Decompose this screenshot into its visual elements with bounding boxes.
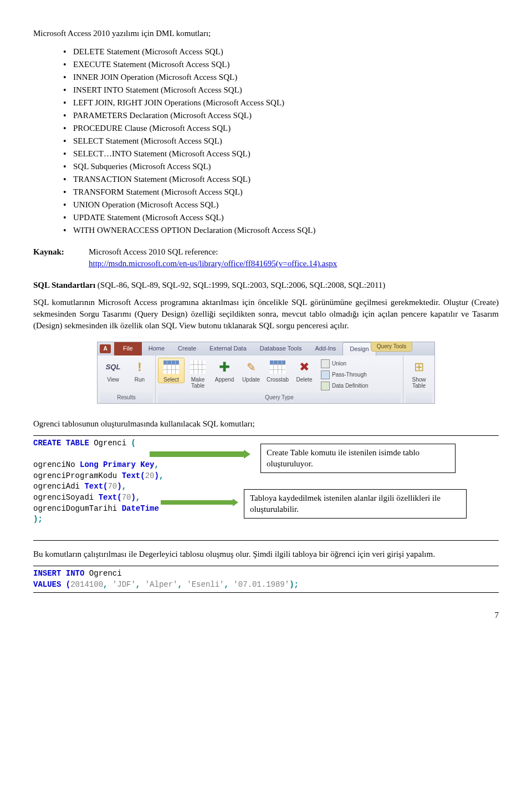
list-item: PARAMETERS Declaration (Microsoft Access… xyxy=(63,110,499,121)
ogrenci-intro: Ogrenci tablosunun oluşturulmasında kull… xyxy=(33,418,499,430)
delete-icon: ✖ xyxy=(296,359,313,375)
select-label: Select xyxy=(163,377,179,383)
code-text: INSERT INTO xyxy=(33,569,89,578)
code-text: Text( xyxy=(84,482,108,491)
group-show-table: ⊞ Show Table xyxy=(403,355,434,403)
show-table-label: Show Table xyxy=(412,377,426,389)
source-label: Kaynak: xyxy=(33,246,89,270)
code-text: CREATE TABLE xyxy=(33,439,94,448)
access-ribbon: A Query Tools File Home Create External … xyxy=(97,342,435,404)
list-item: UNION Operation (Microsoft Access SQL) xyxy=(63,199,499,211)
sql-specific-column: Union Pass-Through Data Definition xyxy=(318,358,372,392)
data-definition-label: Data Definition xyxy=(332,382,369,390)
list-item: SELECT…INTO Statement (Microsoft Access … xyxy=(63,148,499,160)
code-text: Text( xyxy=(122,471,145,480)
tab-external-data[interactable]: External Data xyxy=(203,342,253,355)
source-link[interactable]: http://msdn.microsoft.com/en-us/library/… xyxy=(89,259,337,268)
instructions-para: SQL komutlarının Microsoft Access progra… xyxy=(33,297,499,332)
tab-create[interactable]: Create xyxy=(171,342,203,355)
tab-add-ins[interactable]: Add-Ins xyxy=(308,342,342,355)
code-text: Ogrenci xyxy=(89,569,122,578)
union-button[interactable]: Union xyxy=(320,359,370,369)
code-text: 'JDF' xyxy=(112,580,136,589)
code-text: ogrenciSoyadi xyxy=(33,493,99,502)
code-text: ) xyxy=(131,493,135,502)
group-results-label: Results xyxy=(100,393,153,403)
run-label: Run xyxy=(135,377,145,383)
intro-text: Microsoft Access 2010 yazılımı için DML … xyxy=(33,28,499,39)
list-item: TRANSFORM Statement (Microsoft Access SQ… xyxy=(63,186,499,198)
run-button[interactable]: ! Run xyxy=(126,358,153,383)
list-item: INSERT INTO Statement (Microsoft Access … xyxy=(63,84,499,96)
code-text: ogrenciNo xyxy=(33,460,80,469)
code-text: VALUES ( xyxy=(33,580,70,589)
update-button[interactable]: ✎ Update xyxy=(238,358,264,383)
crosstab-label: Crosstab xyxy=(267,377,289,383)
code-text: , xyxy=(122,482,126,491)
code-text: DateTime xyxy=(122,504,159,513)
update-label: Update xyxy=(242,377,260,383)
union-label: Union xyxy=(332,360,346,368)
data-definition-button[interactable]: Data Definition xyxy=(320,381,370,391)
delete-button[interactable]: ✖ Delete xyxy=(291,358,318,383)
tab-file[interactable]: File xyxy=(114,342,142,355)
update-icon: ✎ xyxy=(243,359,259,375)
query-tools-badge: Query Tools xyxy=(371,342,412,352)
code-text: ); xyxy=(33,515,43,524)
code-text: , xyxy=(159,471,163,480)
code-text: ( xyxy=(131,439,135,448)
code-text: Text( xyxy=(99,493,122,502)
code-text: ogrenciProgramKodu xyxy=(33,471,122,480)
arrow-icon xyxy=(161,500,233,505)
ribbon-tab-strip: A Query Tools File Home Create External … xyxy=(98,342,434,355)
callout-create-table: Create Table komutu ile istenilen isimde… xyxy=(260,444,456,473)
list-item: PROCEDURE Clause (Microsoft Access SQL) xyxy=(63,123,499,134)
group-empty-label xyxy=(406,393,432,403)
ribbon-body: SQL View ! Run Results Select Make Table xyxy=(98,355,434,403)
pass-through-icon xyxy=(321,370,330,379)
crosstab-icon xyxy=(269,359,286,375)
sql-view-icon: SQL xyxy=(106,362,121,372)
list-item: SELECT Statement (Microsoft Access SQL) xyxy=(63,135,499,147)
code-text: Ogrenci xyxy=(94,439,131,448)
list-item: INNER JOIN Operation (Microsoft Access S… xyxy=(63,72,499,83)
list-item: EXECUTE Statement (Microsoft Access SQL) xyxy=(63,59,499,70)
list-item: SQL Subqueries (Microsoft Access SQL) xyxy=(63,161,499,172)
source-row: Kaynak: Microsoft Access 2010 SQL refere… xyxy=(33,246,499,270)
select-icon xyxy=(163,359,180,375)
show-table-icon: ⊞ xyxy=(411,359,427,375)
code-text: , xyxy=(136,493,140,502)
code-text: , xyxy=(177,580,187,589)
view-button[interactable]: SQL View xyxy=(100,358,126,383)
app-icon: A xyxy=(100,344,111,353)
code-text: ogrenciDogumTarihi xyxy=(33,504,122,513)
code-text: , xyxy=(154,460,158,469)
list-item: WITH OWNERACCESS OPTION Declaration (Mic… xyxy=(63,225,499,236)
union-icon xyxy=(321,359,330,368)
code-text: ogrenciAdi xyxy=(33,482,84,491)
show-table-button[interactable]: ⊞ Show Table xyxy=(406,358,432,389)
code-text: 'Alper' xyxy=(145,580,178,589)
sql-standards-label: SQL Standartları xyxy=(33,281,95,289)
view-label: View xyxy=(107,377,119,383)
code-text: 2014100 xyxy=(70,580,103,589)
select-button[interactable]: Select xyxy=(158,358,185,383)
code-text: , xyxy=(224,580,234,589)
data-definition-icon xyxy=(321,382,330,390)
make-table-button[interactable]: Make Table xyxy=(185,358,211,389)
pass-through-button[interactable]: Pass-Through xyxy=(320,370,370,380)
code-text: ); xyxy=(289,580,299,589)
append-icon: ✚ xyxy=(216,359,233,375)
tab-home[interactable]: Home xyxy=(142,342,171,355)
append-label: Append xyxy=(215,377,234,383)
list-item: LEFT JOIN, RIGHT JOIN Operations (Micros… xyxy=(63,97,499,109)
dml-list: DELETE Statement (Microsoft Access SQL) … xyxy=(33,46,499,236)
para-after-create: Bu komutların çalıştırılması ile Degerle… xyxy=(33,548,499,560)
callout-fields: Tabloya kaydedilmek istenilen alanlar il… xyxy=(244,489,467,519)
code-text: Long Primary Key xyxy=(80,460,154,469)
code-text: ) xyxy=(154,471,158,480)
tab-database-tools[interactable]: Database Tools xyxy=(253,342,309,355)
append-button[interactable]: ✚ Append xyxy=(211,358,238,383)
code-block-create: CREATE TABLE Ogrenci ( ogrenciNo Long Pr… xyxy=(33,435,499,541)
crosstab-button[interactable]: Crosstab xyxy=(264,358,291,383)
